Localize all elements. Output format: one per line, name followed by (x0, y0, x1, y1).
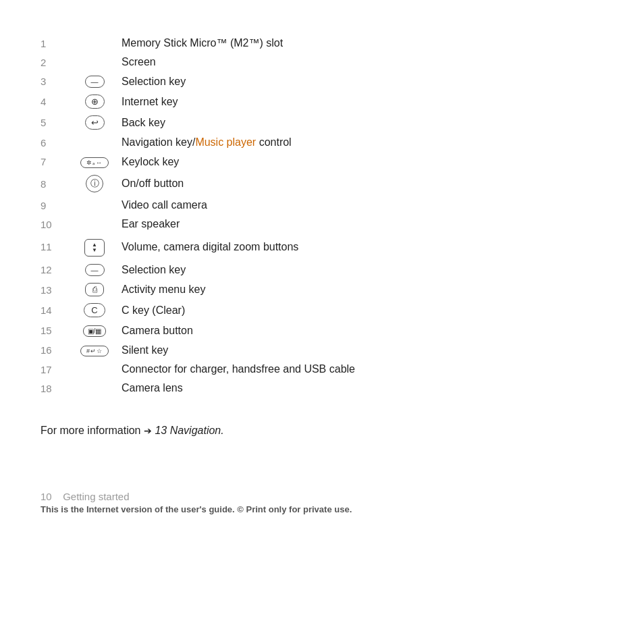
item-description: Internet key (115, 91, 603, 112)
volume-icon: ▲ ▼ (74, 234, 115, 260)
onoff-button-icon: ⓘ (74, 171, 115, 196)
item-description: Video call camera (115, 196, 603, 215)
list-item: 9 Video call camera (41, 196, 603, 215)
list-item: 4 ⊕ Internet key (41, 91, 603, 112)
footer-arrow: ➔ (144, 425, 152, 436)
footer-section: For more information ➔ 13 Navigation. (41, 425, 603, 437)
list-item: 14 C C key (Clear) (41, 300, 603, 321)
item-description: Keylock key (115, 152, 603, 171)
list-item: 11 ▲ ▼ Volume, camera digital zoom butto… (41, 234, 603, 260)
list-item: 5 ↩ Back key (41, 112, 603, 133)
back-key-icon: ↩ (74, 112, 115, 133)
footer-ref: 13 Navigation. (155, 425, 223, 436)
page-footer: 10 Getting started This is the Internet … (41, 491, 603, 514)
item-number: 17 (41, 360, 74, 379)
item-number: 13 (41, 279, 74, 300)
item-description: Selection key (115, 260, 603, 279)
internet-key-icon: ⊕ (74, 91, 115, 112)
item-description: Connector for charger, handsfree and USB… (115, 360, 603, 379)
item-description: Activity menu key (115, 279, 603, 300)
page-footer-top: 10 Getting started (41, 491, 603, 503)
item-number: 12 (41, 260, 74, 279)
rounded-rect-icon: ⎙ (85, 283, 104, 296)
oval-icon: C (84, 303, 105, 317)
item-icon (74, 379, 115, 398)
activity-menu-icon: ⎙ (74, 279, 115, 300)
oval-icon: — (85, 264, 105, 276)
oval-icon: ⊕ (85, 95, 105, 109)
music-player-highlight: Music player (195, 136, 256, 148)
item-description: Navigation key/Music player control (115, 133, 603, 152)
item-description: Volume, camera digital zoom buttons (115, 234, 603, 260)
oval-icon: ✲ₐ↔ (80, 157, 109, 168)
item-number: 7 (41, 152, 74, 171)
item-description: Camera button (115, 321, 603, 340)
item-number: 15 (41, 321, 74, 340)
item-icon (74, 360, 115, 379)
list-item: 7 ✲ₐ↔ Keylock key (41, 152, 603, 171)
selection-key-icon-2: — (74, 260, 115, 279)
list-item: 6 Navigation key/Music player control (41, 133, 603, 152)
item-number: 6 (41, 133, 74, 152)
item-number: 9 (41, 196, 74, 215)
item-description: C key (Clear) (115, 300, 603, 321)
item-number: 1 (41, 34, 74, 53)
footer-ref-suffix: . (221, 425, 223, 436)
item-number: 3 (41, 72, 74, 91)
item-number: 8 (41, 171, 74, 196)
item-description: Ear speaker (115, 215, 603, 234)
list-item: 3 — Selection key (41, 72, 603, 91)
list-item: 17 Connector for charger, handsfree and … (41, 360, 603, 379)
item-description: Camera lens (115, 379, 603, 398)
oval-icon: #↵☆ (80, 346, 109, 356)
footer-prefix: For more information (41, 425, 144, 436)
silent-key-icon: #↵☆ (74, 340, 115, 360)
page-number: 10 (41, 491, 52, 502)
list-item: 10 Ear speaker (41, 215, 603, 234)
list-item: 2 Screen (41, 53, 603, 72)
page-label: Getting started (63, 491, 129, 502)
keylock-key-icon: ✲ₐ↔ (74, 152, 115, 171)
camera-button-icon: ▣/▦ (74, 321, 115, 340)
circle-icon: ⓘ (86, 175, 103, 192)
list-item: 13 ⎙ Activity menu key (41, 279, 603, 300)
rounded-rect-icon: ▣/▦ (83, 325, 107, 337)
footer-info: For more information ➔ 13 Navigation. (41, 425, 603, 437)
item-number: 10 (41, 215, 74, 234)
selection-key-icon: — (74, 72, 115, 91)
list-item: 15 ▣/▦ Camera button (41, 321, 603, 340)
item-description: On/off button (115, 171, 603, 196)
item-icon (74, 215, 115, 234)
vol-button-icon: ▲ ▼ (84, 239, 105, 257)
oval-icon: ↩ (85, 115, 105, 130)
item-number: 11 (41, 234, 74, 260)
item-number: 5 (41, 112, 74, 133)
list-item: 1 Memory Stick Micro™ (M2™) slot (41, 34, 603, 53)
list-item: 16 #↵☆ Silent key (41, 340, 603, 360)
item-list: 1 Memory Stick Micro™ (M2™) slot 2 Scree… (41, 34, 603, 398)
item-icon (74, 196, 115, 215)
item-description: Selection key (115, 72, 603, 91)
item-number: 18 (41, 379, 74, 398)
item-number: 16 (41, 340, 74, 360)
item-description: Memory Stick Micro™ (M2™) slot (115, 34, 603, 53)
item-description: Silent key (115, 340, 603, 360)
item-description: Back key (115, 112, 603, 133)
list-item: 18 Camera lens (41, 379, 603, 398)
item-number: 4 (41, 91, 74, 112)
item-number: 14 (41, 300, 74, 321)
list-item: 12 — Selection key (41, 260, 603, 279)
item-description: Screen (115, 53, 603, 72)
oval-icon: — (85, 76, 105, 88)
item-icon (74, 34, 115, 53)
item-number: 2 (41, 53, 74, 72)
item-icon (74, 133, 115, 152)
c-key-icon: C (74, 300, 115, 321)
item-icon (74, 53, 115, 72)
list-item: 8 ⓘ On/off button (41, 171, 603, 196)
copyright-notice: This is the Internet version of the user… (41, 504, 603, 514)
footer-ref-text: 13 Navigation (155, 425, 221, 436)
